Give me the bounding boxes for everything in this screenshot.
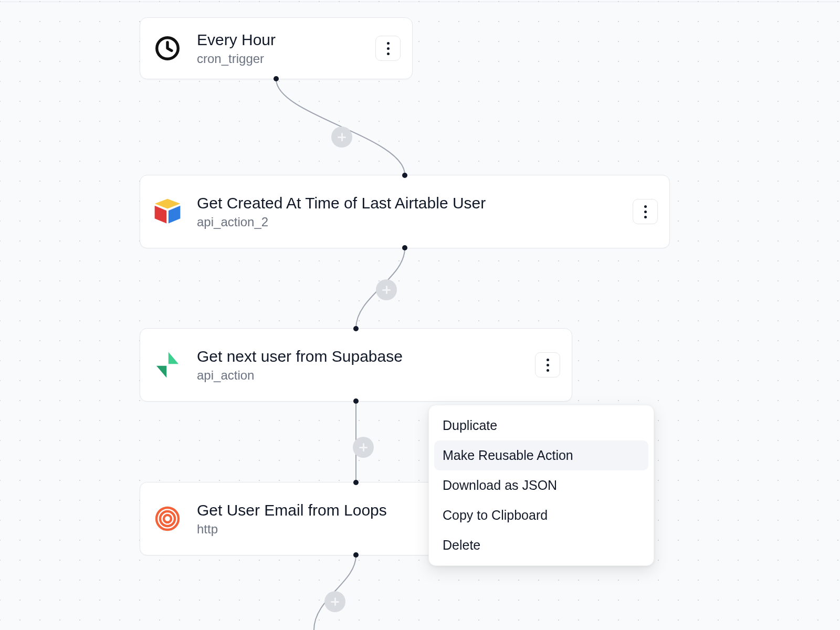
node-airtable[interactable]: Get Created At Time of Last Airtable Use… bbox=[140, 175, 670, 248]
workflow-canvas[interactable]: Every Hour cron_trigger Get Created At T… bbox=[0, 0, 840, 630]
kebab-icon bbox=[387, 42, 390, 55]
menu-item-download-json[interactable]: Download as JSON bbox=[434, 470, 648, 500]
menu-item-delete[interactable]: Delete bbox=[434, 530, 648, 560]
node-every-hour[interactable]: Every Hour cron_trigger bbox=[140, 17, 413, 79]
svg-point-6 bbox=[164, 515, 171, 522]
context-menu[interactable]: Duplicate Make Reusable Action Download … bbox=[428, 405, 654, 566]
menu-item-copy-clipboard[interactable]: Copy to Clipboard bbox=[434, 500, 648, 530]
node-title: Every Hour bbox=[197, 30, 366, 49]
supabase-icon bbox=[152, 349, 183, 381]
add-node-button[interactable] bbox=[376, 279, 397, 300]
airtable-icon bbox=[152, 196, 183, 227]
svg-point-5 bbox=[160, 511, 175, 526]
svg-marker-2 bbox=[155, 206, 167, 224]
clock-icon bbox=[152, 33, 183, 64]
add-node-button[interactable] bbox=[331, 127, 352, 148]
menu-item-duplicate[interactable]: Duplicate bbox=[434, 411, 648, 440]
kebab-icon bbox=[547, 359, 549, 372]
node-port-top[interactable] bbox=[353, 326, 359, 331]
node-menu-button[interactable] bbox=[535, 352, 560, 377]
node-subtitle: cron_trigger bbox=[197, 51, 366, 66]
node-port-bottom[interactable] bbox=[402, 245, 407, 250]
menu-item-make-reusable[interactable]: Make Reusable Action bbox=[434, 440, 648, 470]
node-subtitle: api_action_2 bbox=[197, 215, 623, 229]
node-supabase[interactable]: Get next user from Supabase api_action bbox=[140, 328, 572, 402]
node-title: Get Created At Time of Last Airtable Use… bbox=[197, 194, 623, 213]
node-port-top[interactable] bbox=[402, 173, 407, 178]
kebab-icon bbox=[644, 205, 647, 218]
node-port-bottom[interactable] bbox=[353, 552, 359, 558]
node-subtitle: api_action bbox=[197, 368, 526, 383]
svg-marker-1 bbox=[155, 199, 181, 209]
node-menu-button[interactable] bbox=[375, 36, 401, 61]
add-node-button[interactable] bbox=[353, 437, 374, 458]
svg-marker-3 bbox=[169, 206, 181, 224]
node-title: Get next user from Supabase bbox=[197, 347, 526, 366]
add-node-button[interactable] bbox=[324, 591, 345, 612]
node-menu-button[interactable] bbox=[633, 199, 658, 224]
node-port-top[interactable] bbox=[353, 480, 359, 485]
node-port-bottom[interactable] bbox=[274, 76, 279, 81]
node-port-bottom[interactable] bbox=[353, 398, 359, 404]
loops-icon bbox=[152, 503, 183, 534]
